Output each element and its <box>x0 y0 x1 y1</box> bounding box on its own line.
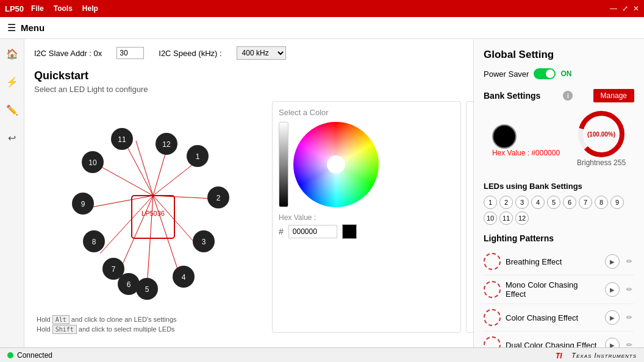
brightness-slider[interactable] <box>279 122 288 207</box>
led-bank-11[interactable]: 11 <box>499 211 513 225</box>
title-bar: LP50 File Tools Help — ⤢ ✕ <box>0 0 644 17</box>
bank-color-circle <box>492 124 517 149</box>
manage-button[interactable]: Manage <box>593 89 634 102</box>
hex-symbol: # <box>279 227 284 236</box>
sidebar-undo[interactable]: ↩ <box>4 129 21 146</box>
lighting-patterns-title: Lighting Patterns <box>484 233 634 243</box>
i2c-speed-label: I2C Speed (kHz) : <box>159 49 221 58</box>
brightness-panel: Set Brightness Value <box>466 101 473 333</box>
led-numbers-row: 1 2 3 4 5 6 7 8 9 10 11 12 <box>484 196 634 225</box>
bank-settings-label: Bank Settings <box>484 91 540 101</box>
svg-text:3: 3 <box>202 238 206 246</box>
pattern-name-dual-chasing: Dual Color Chasing Effect <box>506 341 600 348</box>
pattern-icon-mono-chasing <box>484 281 501 298</box>
menu-bar: ☰ Menu <box>0 17 644 39</box>
leds-using-title: LEDs using Bank Settings <box>484 182 634 191</box>
hex-value-label: Hex Value : <box>279 213 316 222</box>
color-picker-title: Select a Color <box>279 108 454 117</box>
hex-color-input[interactable] <box>288 225 337 238</box>
power-saver-toggle[interactable] <box>534 68 556 79</box>
svg-text:5: 5 <box>145 285 149 294</box>
status-text: Connected <box>17 351 52 360</box>
led-bank-5[interactable]: 5 <box>547 196 560 209</box>
pattern-icon-dual-chasing <box>484 336 501 347</box>
sidebar: 🏠 ⚡ ✏️ ↩ <box>0 39 24 347</box>
close-button[interactable]: ✕ <box>633 4 639 13</box>
pattern-item-dual-chasing: Dual Color Chasing Effect ▶ ✏ <box>484 332 634 347</box>
led-bank-9[interactable]: 9 <box>610 196 624 209</box>
brightness-value-label: Brightness 255 <box>577 158 626 167</box>
brightness-gauge-text: (100.00%) <box>587 131 615 138</box>
hold-alt-instruction: Hold Alt and click to clone an LED's set… <box>37 316 177 323</box>
bank-visual: Hex Value : #000000 (100.00%) Brightness… <box>484 110 634 174</box>
pattern-name-breathing: Breathing Effect <box>506 257 600 266</box>
bank-settings-info-icon[interactable]: i <box>563 91 573 101</box>
svg-rect-0 <box>132 196 174 238</box>
svg-text:1: 1 <box>196 152 200 161</box>
svg-text:6: 6 <box>127 280 131 289</box>
i2c-config-row: I2C Slave Addr : 0x I2C Speed (kHz) : 40… <box>34 46 463 60</box>
pattern-item-color-chasing: Color Chasing Effect ▶ ✏ <box>484 304 634 332</box>
pattern-item-breathing: Breathing Effect ▶ ✏ <box>484 248 634 275</box>
content-area: I2C Slave Addr : 0x I2C Speed (kHz) : 40… <box>24 39 473 347</box>
power-saver-on-label: ON <box>560 69 571 78</box>
pattern-edit-mono-chasing[interactable]: ✏ <box>624 285 634 294</box>
global-setting-title: Global Setting <box>484 49 634 61</box>
led-bank-7[interactable]: 7 <box>579 196 592 209</box>
bank-hex-value: Hex Value : #000000 <box>492 149 560 157</box>
menu-file[interactable]: File <box>31 4 44 13</box>
svg-line-3 <box>153 162 196 196</box>
hold-shift-instruction: Hold Shift and click to select multiple … <box>37 325 177 333</box>
sidebar-pencil[interactable]: ✏️ <box>4 101 21 118</box>
bank-settings-row: Bank Settings i Manage <box>484 89 634 102</box>
app-name: LP50 <box>5 4 24 13</box>
pattern-play-mono-chasing[interactable]: ▶ <box>605 282 620 297</box>
quickstart-subtitle: Select an LED Light to configure <box>34 85 463 94</box>
pattern-icon-breathing <box>484 253 501 270</box>
i2c-speed-select[interactable]: 400 kHz 100 kHz 1000 kHz <box>237 46 286 60</box>
led-bank-10[interactable]: 10 <box>484 211 497 225</box>
brightness-gauge: (100.00%) <box>577 110 626 158</box>
brightness-dial[interactable]: 0 <box>473 122 473 201</box>
led-bank-8[interactable]: 8 <box>595 196 608 209</box>
ti-logo-icon: TI <box>556 350 568 360</box>
svg-text:10: 10 <box>88 158 97 167</box>
led-bank-12[interactable]: 12 <box>515 211 529 225</box>
led-bank-6[interactable]: 6 <box>563 196 576 209</box>
pattern-edit-breathing[interactable]: ✏ <box>624 257 634 266</box>
pattern-play-color-chasing[interactable]: ▶ <box>605 310 620 325</box>
minimize-button[interactable]: — <box>610 4 617 13</box>
svg-text:9: 9 <box>81 200 85 208</box>
svg-line-2 <box>153 150 166 196</box>
hamburger-icon[interactable]: ☰ <box>7 22 16 34</box>
pattern-edit-dual-chasing[interactable]: ✏ <box>624 340 634 347</box>
color-picker-panel: Select a Color Hex Value : # <box>272 101 461 333</box>
i2c-slave-addr-label: I2C Slave Addr : 0x <box>34 49 102 58</box>
svg-text:11: 11 <box>118 135 126 144</box>
pattern-item-mono-chasing: Mono Color Chasing Effect ▶ ✏ <box>484 275 634 304</box>
led-bank-4[interactable]: 4 <box>531 196 545 209</box>
menu-tools[interactable]: Tools <box>54 4 73 13</box>
menu-help[interactable]: Help <box>82 4 98 13</box>
power-saver-row: Power Saver ON <box>484 68 634 79</box>
i2c-slave-addr-input[interactable] <box>116 47 144 59</box>
led-diagram: LP5036 <box>34 101 272 333</box>
svg-text:12: 12 <box>162 140 171 149</box>
company-logo: TI Texas Instruments <box>556 350 637 360</box>
led-bank-2[interactable]: 2 <box>499 196 513 209</box>
led-bank-3[interactable]: 3 <box>515 196 529 209</box>
pattern-name-color-chasing: Color Chasing Effect <box>506 313 600 322</box>
svg-text:8: 8 <box>92 238 96 246</box>
power-saver-label: Power Saver <box>484 69 529 79</box>
pattern-name-mono-chasing: Mono Color Chasing Effect <box>506 280 600 299</box>
sidebar-lightning[interactable]: ⚡ <box>4 73 21 90</box>
hex-color-preview <box>342 224 357 239</box>
svg-text:2: 2 <box>216 194 221 202</box>
maximize-button[interactable]: ⤢ <box>622 4 628 13</box>
pattern-play-breathing[interactable]: ▶ <box>605 254 620 269</box>
pattern-play-dual-chasing[interactable]: ▶ <box>605 338 620 347</box>
led-bank-1[interactable]: 1 <box>484 196 497 209</box>
pattern-edit-color-chasing[interactable]: ✏ <box>624 313 634 322</box>
quickstart-title: Quickstart <box>34 69 463 82</box>
sidebar-home[interactable]: 🏠 <box>4 45 21 62</box>
